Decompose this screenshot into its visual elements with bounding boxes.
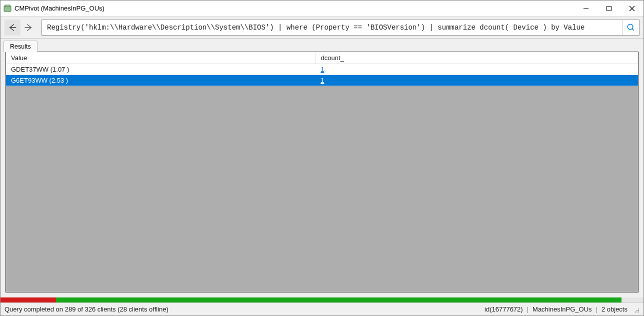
progress-offline-segment: [0, 297, 56, 302]
arrow-left-icon: [8, 23, 17, 32]
progress-remaining-segment: [622, 297, 644, 302]
column-header-dcount[interactable]: dcount_: [316, 52, 638, 64]
cell-value: G6ET93WW (2.53 ): [6, 75, 316, 86]
progress-bar: [0, 297, 644, 302]
query-input[interactable]: [42, 24, 622, 32]
svg-point-11: [636, 311, 638, 312]
svg-point-12: [638, 310, 639, 311]
close-button[interactable]: [620, 1, 644, 16]
search-icon: [626, 23, 636, 32]
svg-point-8: [628, 24, 633, 30]
table-row[interactable]: G6ET93WW (2.53 ) 1: [6, 75, 638, 86]
status-collection: MachinesInPG_OUs: [532, 305, 592, 313]
tab-strip: Results: [0, 39, 644, 52]
status-id: id(16777672): [484, 305, 523, 313]
status-separator: |: [595, 305, 598, 313]
toolbar: [0, 17, 644, 39]
status-separator: |: [526, 305, 530, 313]
app-icon: [4, 5, 12, 13]
dcount-link[interactable]: 1: [320, 66, 324, 73]
dcount-link[interactable]: 1: [320, 77, 324, 84]
tab-results[interactable]: Results: [4, 41, 38, 52]
status-text: Query completed on 289 of 326 clients (2…: [4, 305, 484, 313]
window-title: CMPivot (MachinesInPG_OUs): [14, 5, 574, 12]
cell-dcount: 1: [316, 64, 638, 75]
svg-rect-1: [5, 5, 10, 7]
maximize-button[interactable]: [598, 1, 620, 16]
statusbar: Query completed on 289 of 326 clients (2…: [0, 302, 644, 315]
svg-point-15: [638, 308, 639, 309]
svg-point-14: [636, 310, 638, 311]
arrow-right-icon: [24, 23, 33, 32]
minimize-button[interactable]: [574, 1, 598, 16]
svg-point-10: [638, 311, 639, 312]
window-controls: [574, 1, 644, 16]
titlebar: CMPivot (MachinesInPG_OUs): [0, 1, 644, 17]
grid-empty-area: [6, 86, 638, 292]
run-query-button[interactable]: [622, 20, 639, 35]
grid-header-row: Value dcount_: [6, 52, 638, 64]
cell-value: GDET37WW (1.07 ): [6, 64, 316, 75]
cell-dcount: 1: [316, 75, 638, 86]
svg-line-9: [632, 29, 634, 31]
column-header-value[interactable]: Value: [6, 52, 316, 64]
query-box: [42, 20, 640, 36]
forward-button[interactable]: [20, 20, 36, 36]
progress-complete-segment: [56, 297, 622, 302]
svg-point-13: [635, 311, 636, 312]
results-area: Value dcount_ GDET37WW (1.07 ) 1 G6ET93W…: [0, 52, 644, 297]
svg-rect-3: [607, 6, 612, 11]
table-row[interactable]: GDET37WW (1.07 ) 1: [6, 64, 638, 75]
status-objects: 2 objects: [602, 305, 628, 313]
results-grid: Value dcount_ GDET37WW (1.07 ) 1 G6ET93W…: [6, 52, 638, 292]
svg-rect-0: [4, 6, 11, 12]
back-button[interactable]: [4, 20, 20, 36]
resize-grip-icon[interactable]: [632, 306, 640, 313]
